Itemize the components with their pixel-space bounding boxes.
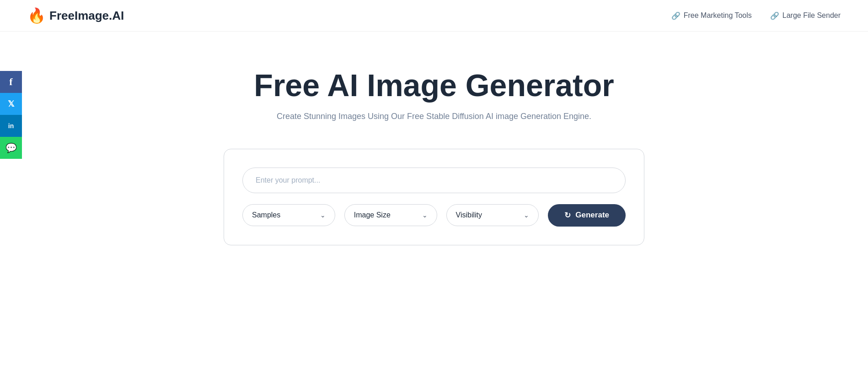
link-icon-file-sender: 🔗 — [770, 11, 779, 20]
samples-chevron-icon: ⌄ — [320, 211, 326, 219]
samples-label: Samples — [252, 211, 280, 219]
nav-label-large-file-sender: Large File Sender — [782, 11, 841, 20]
visibility-label: Visibility — [456, 211, 482, 219]
nav-link-large-file-sender[interactable]: 🔗 Large File Sender — [770, 11, 841, 20]
main-nav: 🔗 Free Marketing Tools 🔗 Large File Send… — [671, 11, 841, 20]
logo-icon: 🔥 — [27, 8, 46, 23]
generate-label: Generate — [575, 211, 609, 220]
social-sidebar: f 𝕏 in 💬 — [0, 71, 22, 159]
main-content: Free AI Image Generator Create Stunning … — [0, 32, 868, 273]
generate-button[interactable]: ↻ Generate — [548, 204, 626, 227]
nav-label-free-marketing-tools: Free Marketing Tools — [684, 11, 752, 20]
image-size-label: Image Size — [354, 211, 391, 219]
visibility-chevron-icon: ⌄ — [524, 211, 529, 219]
visibility-dropdown[interactable]: Visibility ⌄ — [446, 204, 539, 226]
twitter-icon: 𝕏 — [8, 99, 15, 109]
prompt-input[interactable] — [242, 168, 626, 193]
whatsapp-icon: 💬 — [5, 142, 17, 153]
social-facebook-button[interactable]: f — [0, 71, 22, 93]
hero-title: Free AI Image Generator — [254, 68, 614, 103]
generate-refresh-icon: ↻ — [564, 211, 571, 220]
image-size-dropdown[interactable]: Image Size ⌄ — [344, 204, 437, 226]
image-size-chevron-icon: ⌄ — [422, 211, 428, 219]
social-twitter-button[interactable]: 𝕏 — [0, 93, 22, 115]
samples-dropdown[interactable]: Samples ⌄ — [242, 204, 335, 226]
link-icon-marketing: 🔗 — [671, 11, 680, 20]
header: 🔥 FreeImage.AI 🔗 Free Marketing Tools 🔗 … — [0, 0, 868, 32]
nav-link-free-marketing-tools[interactable]: 🔗 Free Marketing Tools — [671, 11, 752, 20]
linkedin-icon: in — [8, 122, 14, 130]
social-whatsapp-button[interactable]: 💬 — [0, 137, 22, 159]
hero-subtitle: Create Stunning Images Using Our Free St… — [277, 112, 591, 121]
controls-row: Samples ⌄ Image Size ⌄ Visibility ⌄ ↻ Ge… — [242, 204, 626, 227]
facebook-icon: f — [9, 76, 12, 88]
logo-link[interactable]: 🔥 FreeImage.AI — [27, 8, 124, 23]
generator-card: Samples ⌄ Image Size ⌄ Visibility ⌄ ↻ Ge… — [224, 149, 644, 245]
logo-text: FreeImage.AI — [49, 9, 124, 23]
social-linkedin-button[interactable]: in — [0, 115, 22, 137]
